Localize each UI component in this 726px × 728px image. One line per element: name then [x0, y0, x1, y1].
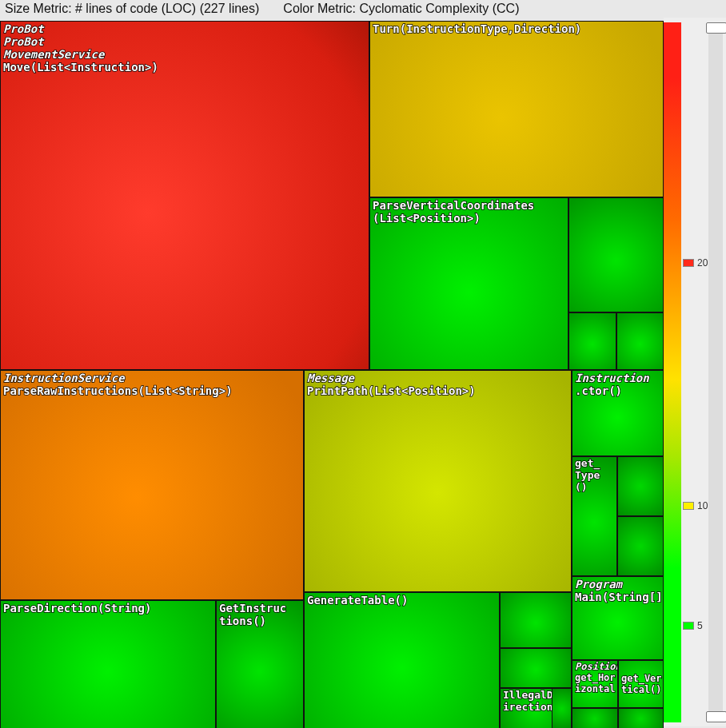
cell-get-horizontal[interactable]: Position get_Hor izontal	[572, 660, 618, 708]
slider-thumb-bottom[interactable]	[706, 711, 726, 722]
legend-tick-10: 10	[683, 500, 708, 511]
cell-m2[interactable]	[500, 648, 572, 688]
cell-program-main[interactable]: Program Main(String[])	[572, 576, 664, 660]
legend-tick-5: 5	[683, 620, 703, 631]
cell-m4[interactable]	[552, 688, 572, 728]
cell-ix2[interactable]	[617, 516, 664, 576]
cell-parse-raw[interactable]: InstructionService ParseRawInstructions(…	[0, 370, 304, 600]
cell-parse-vertical[interactable]: ParseVerticalCoordinates(List<Position>)	[369, 197, 568, 370]
cell-small-2[interactable]	[568, 312, 616, 370]
treemap-canvas: ProBot ProBot MovementService Move(List<…	[0, 21, 726, 728]
cell-m1[interactable]	[500, 592, 572, 648]
slider-thumb-top[interactable]	[706, 22, 726, 34]
color-metric-label: Color Metric: Cyclomatic Complexity (CC)	[283, 2, 519, 19]
cell-small-1[interactable]	[568, 197, 664, 312]
cell-p2[interactable]	[618, 708, 664, 728]
cell-get-type[interactable]: get_ Type ()	[572, 456, 617, 576]
legend-tick-20: 20	[683, 257, 708, 269]
cell-get-vertical[interactable]: get_Ver tical()	[618, 660, 664, 708]
legend-gradient	[664, 22, 681, 722]
cell-instruction-ctor[interactable]: Instruction .ctor()	[572, 370, 664, 456]
legend-slider[interactable]	[708, 22, 723, 722]
cell-turn[interactable]: Turn(InstructionType,Direction)	[369, 21, 664, 197]
cell-print-path[interactable]: Message PrintPath(List<Position>)	[304, 370, 572, 592]
cell-parse-direction[interactable]: ParseDirection(String)	[0, 600, 216, 728]
cell-p1[interactable]	[572, 708, 618, 728]
size-metric-label: Size Metric: # lines of code (LOC) (227 …	[5, 2, 259, 19]
cell-get-instructions[interactable]: GetInstruc tions()	[216, 600, 304, 728]
color-legend: 20 10 5	[664, 18, 726, 726]
cell-move[interactable]: ProBot ProBot MovementService Move(List<…	[0, 21, 369, 370]
cell-generate-table[interactable]: GenerateTable()	[304, 592, 500, 728]
cell-small-3[interactable]	[616, 312, 664, 370]
cell-ix1[interactable]	[617, 456, 664, 516]
